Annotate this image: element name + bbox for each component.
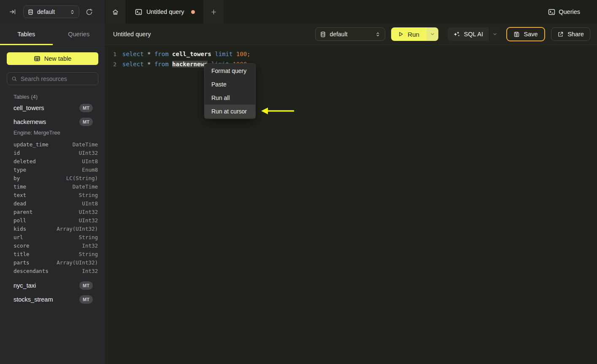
table-name: cell_towers xyxy=(14,105,79,111)
database-selector-value: default xyxy=(330,31,375,38)
column-row: idUInt32 xyxy=(0,148,105,157)
new-table-button[interactable]: New table xyxy=(7,52,98,65)
code-token: hackernews xyxy=(172,61,208,67)
sql-ai-button[interactable]: SQL AI xyxy=(448,27,489,41)
code-token xyxy=(144,61,147,67)
column-type: Enum8 xyxy=(82,167,98,173)
tab-untitled-query[interactable]: Untitled query xyxy=(125,0,203,24)
sidebar-tab-queries[interactable]: Queries xyxy=(53,24,105,45)
column-row: textString xyxy=(0,191,105,199)
new-table-button-label: New table xyxy=(44,55,71,62)
sidebar-tab-label: Queries xyxy=(68,31,89,38)
column-name: by xyxy=(14,175,66,181)
table-engine-label: Engine: MergeTree xyxy=(0,129,105,137)
column-name: time xyxy=(14,183,73,190)
column-row: kidsArray(UInt32) xyxy=(0,224,105,233)
collapse-sidebar-button[interactable] xyxy=(9,8,16,15)
tables-list: cell_towersMThackernewsMTEngine: MergeTr… xyxy=(0,101,105,306)
column-name: text xyxy=(14,192,79,198)
column-type: String xyxy=(79,192,98,198)
column-row: parentUInt32 xyxy=(0,208,105,216)
line-number: 2 xyxy=(105,61,116,67)
code-lines: 1select * from cell_towers limit 100;2se… xyxy=(105,49,597,69)
column-list: update_timeDateTimeidUInt32deletedUInt8t… xyxy=(0,140,105,275)
table-row[interactable]: hackernewsMT xyxy=(0,115,105,129)
table-row[interactable]: nyc_taxiMT xyxy=(0,278,105,292)
sql-editor[interactable]: 1select * from cell_towers limit 100;2se… xyxy=(105,45,597,364)
share-button-label: Share xyxy=(567,31,584,38)
code-token: from xyxy=(154,51,169,57)
code-line: 1select * from cell_towers limit 100; xyxy=(105,49,597,59)
run-options-button[interactable] xyxy=(427,27,438,41)
column-name: poll xyxy=(14,217,79,224)
column-row: timeDateTime xyxy=(0,182,105,191)
terminal-icon xyxy=(135,8,142,16)
table-name: hackernews xyxy=(14,119,79,125)
tab-label: Untitled query xyxy=(146,8,184,15)
column-type: UInt8 xyxy=(82,158,98,164)
database-icon xyxy=(320,31,326,38)
arrow-right-to-line-icon xyxy=(9,8,16,15)
table-row[interactable]: stocks_streamMT xyxy=(0,292,105,306)
search-input[interactable] xyxy=(21,75,94,82)
code-token xyxy=(144,51,147,57)
code-token xyxy=(211,51,215,57)
menu-item[interactable]: Format query xyxy=(205,64,255,78)
table-row[interactable]: cell_towersMT xyxy=(0,101,105,115)
sql-ai-options-button[interactable] xyxy=(489,27,500,41)
updown-chevron-icon xyxy=(375,32,381,37)
menu-item[interactable]: Run all xyxy=(205,91,255,105)
external-link-icon xyxy=(557,31,564,38)
search-icon xyxy=(11,76,17,82)
sidebar-tab-tables[interactable]: Tables xyxy=(0,24,53,45)
tables-section-title: Tables (4) xyxy=(14,94,105,101)
run-button[interactable]: Run xyxy=(391,27,427,41)
column-name: update_time xyxy=(14,141,73,148)
save-button-label: Save xyxy=(524,31,538,38)
sidebar: Tables Queries New table Tables (4) cell… xyxy=(0,24,105,364)
search-box xyxy=(7,72,98,85)
menu-item[interactable]: Run at cursor xyxy=(205,105,255,118)
column-type: Int32 xyxy=(82,268,98,274)
query-toolbar: Untitled query default Run SQL AI xyxy=(105,24,597,45)
chevron-down-icon xyxy=(492,32,497,37)
run-split-button: Run xyxy=(391,27,438,41)
column-type: DateTime xyxy=(73,141,98,148)
mt-badge: MT xyxy=(79,118,93,126)
database-icon xyxy=(27,9,34,15)
code-token: select xyxy=(122,51,144,57)
column-row: pollUInt32 xyxy=(0,216,105,224)
column-type: Array(UInt32) xyxy=(57,226,98,232)
refresh-icon xyxy=(86,8,93,16)
column-name: deleted xyxy=(14,158,82,164)
editor-context-menu: Format queryPasteRun allRun at cursor xyxy=(204,63,256,119)
queries-button[interactable]: Queries xyxy=(548,0,580,24)
mt-badge: MT xyxy=(79,295,93,304)
column-row: byLC(String) xyxy=(0,174,105,182)
menu-item[interactable]: Paste xyxy=(205,78,255,91)
code-token xyxy=(232,51,236,57)
plus-icon xyxy=(211,9,217,15)
database-selector-value: default xyxy=(37,8,70,15)
save-button[interactable]: Save xyxy=(506,27,545,41)
refresh-button[interactable] xyxy=(86,8,93,16)
home-button[interactable] xyxy=(105,0,125,24)
column-name: id xyxy=(14,150,79,156)
database-selector-top[interactable]: default xyxy=(23,5,79,18)
sparkles-icon xyxy=(454,31,460,38)
database-selector-toolbar[interactable]: default xyxy=(315,27,385,41)
top-bar: default Untitled query xyxy=(0,0,597,24)
code-token: limit xyxy=(215,51,232,57)
list-gap xyxy=(0,275,105,278)
share-button[interactable]: Share xyxy=(551,27,590,41)
new-tab-button[interactable] xyxy=(203,0,224,24)
column-row: deadUInt8 xyxy=(0,199,105,208)
column-type: LC(String) xyxy=(66,175,98,181)
code-token: 100; xyxy=(236,51,251,57)
annotation-arrow-icon xyxy=(261,106,295,116)
sql-ai-button-label: SQL AI xyxy=(464,31,483,38)
column-name: score xyxy=(14,243,82,249)
column-type: UInt32 xyxy=(79,209,98,215)
column-row: partsArray(UInt32) xyxy=(0,258,105,267)
column-name: parent xyxy=(14,209,79,215)
